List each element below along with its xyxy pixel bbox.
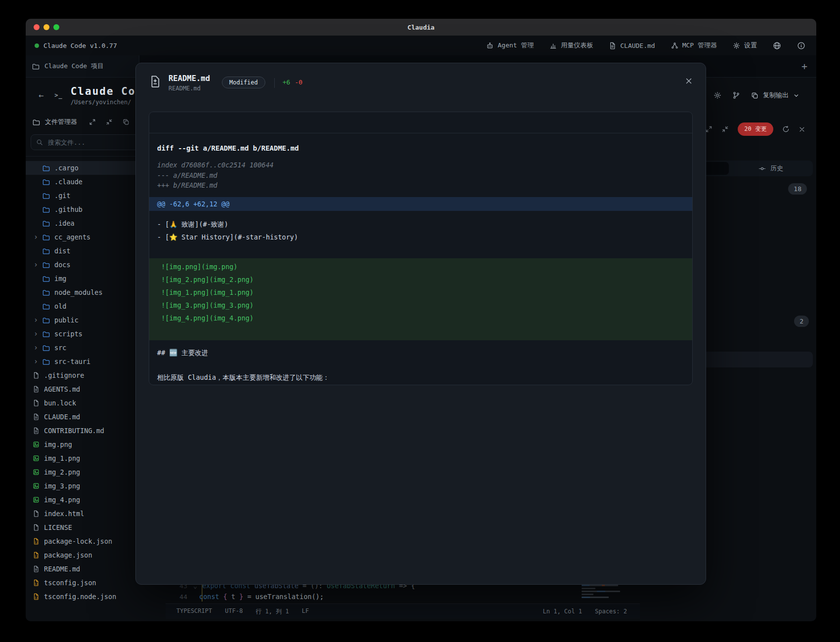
code-token: {	[223, 593, 231, 601]
tree-item-label: cc_agents	[54, 233, 90, 241]
git-branch-icon[interactable]	[732, 91, 740, 99]
expand-icon[interactable]	[705, 125, 713, 133]
close-window-button[interactable]	[34, 24, 40, 30]
tree-item-label: node_modules	[54, 288, 103, 296]
tab-claude-code-project[interactable]: Claude Code 项目	[26, 55, 139, 77]
folder-icon	[42, 303, 50, 310]
traffic-lights	[34, 24, 59, 30]
file-manager-title: 文件管理器	[45, 118, 77, 126]
changes-count-badge[interactable]: 20 变更	[738, 122, 773, 136]
json-file-icon: {}	[33, 538, 40, 545]
new-tab-button[interactable]: +	[801, 61, 807, 71]
diff-modal-header: README.md README.md Modified +6 -0	[136, 63, 706, 92]
commit-icon	[758, 165, 766, 172]
code-token: =	[243, 593, 255, 601]
markdown-file-icon	[33, 413, 40, 420]
folder-icon	[42, 220, 50, 227]
code-line-44: 44const { t } = useTranslation();	[166, 592, 640, 602]
tree-item-label: CLAUDE.md	[44, 413, 80, 421]
refresh-icon[interactable]	[782, 125, 790, 133]
menu-item-claude-md[interactable]: CLAUDE.md	[609, 42, 655, 49]
diff-added-line: ![img_1.png](img_1.png)	[157, 286, 684, 299]
statusbar-left: TYPESCRIPT UTF-8 行 1, 列 1 LF	[166, 607, 309, 616]
history-tab-label: 历史	[770, 164, 783, 173]
expand-icon[interactable]	[89, 119, 96, 125]
menu-item-usage-dashboard[interactable]: 用量仪表板	[549, 41, 593, 50]
chevron-right-icon: ›	[34, 260, 42, 269]
menu-item-settings[interactable]: 设置	[733, 41, 757, 50]
markdown-file-icon	[33, 565, 40, 572]
folder-icon	[42, 317, 50, 324]
tab-history[interactable]: 历史	[729, 164, 813, 173]
diff-card: diff --git a/README.md b/README.md index…	[149, 112, 693, 385]
folder-icon	[42, 206, 50, 213]
tree-file-row[interactable]: {}tsconfig.node.json	[26, 590, 166, 603]
menubar: Claude Code v1.0.77 Agent 管理 用量仪表板 CLAUD…	[26, 36, 816, 55]
folder-icon	[42, 234, 50, 241]
folder-icon	[42, 164, 50, 172]
zoom-window-button[interactable]	[53, 24, 59, 30]
terminal-icon: >_	[54, 92, 62, 99]
minimize-window-button[interactable]	[43, 24, 49, 30]
tree-item-label: package-lock.json	[44, 537, 112, 545]
close-icon[interactable]	[798, 126, 805, 133]
screen: Claudia Claude Code v1.0.77 Agent 管理 用量仪…	[0, 0, 840, 642]
diff-added-block: ![img.png](img.png) ![img_2.png](img_2.p…	[149, 258, 692, 340]
folder-icon	[42, 192, 50, 200]
diff-meta-line: --- a/README.md	[157, 170, 684, 181]
markdown-file-icon	[33, 427, 40, 434]
encoding-indicator: UTF-8	[225, 607, 243, 616]
image-file-icon	[33, 482, 40, 489]
tree-item-label: .gitignore	[44, 371, 84, 379]
svg-text:{}: {}	[35, 582, 38, 585]
diff-context-line: - [⭐ Star History](#-star-history)	[157, 231, 684, 243]
globe-icon[interactable]	[773, 41, 781, 50]
tree-item-label: src	[54, 344, 66, 352]
image-file-icon	[33, 469, 40, 476]
diff-added-line: ![img.png](img.png)	[157, 260, 684, 273]
diff-added-line: ![img_4.png](img_4.png)	[157, 312, 684, 324]
gear-icon	[733, 42, 740, 49]
code-token: t	[231, 593, 235, 601]
collapse-icon[interactable]	[106, 119, 113, 125]
info-icon[interactable]	[797, 41, 805, 50]
diff-added-empty-line	[157, 324, 684, 337]
collapse-icon[interactable]	[721, 125, 729, 133]
diff-hunk-header: @@ -62,6 +62,12 @@	[149, 197, 692, 211]
tree-item-label: tsconfig.json	[44, 579, 96, 587]
history-count-badge: 18	[788, 183, 807, 195]
menu-item-mcp-manager[interactable]: MCP 管理器	[671, 41, 717, 50]
menu-item-label: 用量仪表板	[561, 41, 593, 50]
diff-modal-titles: README.md README.md	[168, 74, 210, 92]
menu-item-label: CLAUDE.md	[620, 42, 655, 49]
app-window: Claudia Claude Code v1.0.77 Agent 管理 用量仪…	[26, 19, 816, 621]
markdown-file-icon	[33, 386, 40, 393]
tree-item-label: bun.lock	[44, 399, 76, 407]
tree-item-label: README.md	[44, 565, 80, 573]
gear-icon[interactable]	[714, 91, 721, 99]
search-icon	[36, 139, 43, 146]
statusbar-right: Ln 1, Col 1 Spaces: 2	[543, 608, 640, 615]
item-count-badge: 2	[794, 316, 809, 327]
close-icon[interactable]	[685, 77, 693, 85]
tree-item-label: .git	[54, 192, 71, 200]
chevron-right-icon: ›	[34, 329, 42, 338]
diff-after-line: ## 🆕 主要改进	[157, 346, 684, 359]
back-button[interactable]: ←	[39, 90, 43, 100]
tree-item-label: AGENTS.md	[44, 385, 80, 393]
image-file-icon	[33, 441, 40, 448]
diff-after-line: 相比原版 Claudia，本版本主要新增和改进了以下功能：	[157, 371, 684, 384]
menu-item-label: Agent 管理	[498, 41, 534, 50]
menu-item-agents[interactable]: Agent 管理	[486, 41, 534, 50]
divider	[274, 78, 275, 88]
copy-icon[interactable]	[123, 119, 129, 125]
titlebar: Claudia	[26, 19, 816, 36]
diff-card-toolbar	[149, 112, 692, 133]
tree-item-label: dist	[54, 247, 71, 255]
tree-item-label: img_3.png	[44, 482, 80, 490]
chevron-right-icon: ›	[34, 343, 42, 352]
json-file-icon: {}	[33, 579, 40, 586]
project-header-actions: 复制输出	[714, 91, 799, 100]
file-icon	[33, 372, 40, 379]
copy-output-button[interactable]: 复制输出	[751, 91, 799, 100]
